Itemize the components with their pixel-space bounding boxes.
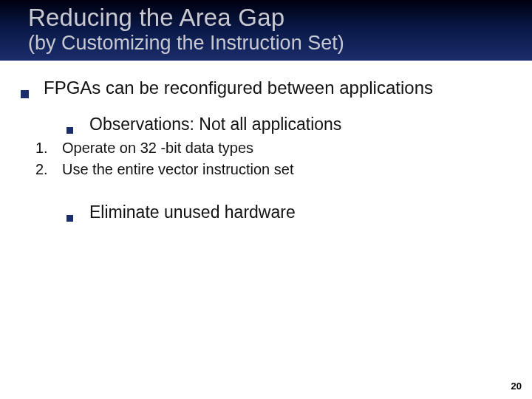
slide: Reducing the Area Gap (by Customizing th… — [0, 0, 532, 399]
bullet-text: Observations: Not all applications — [89, 114, 341, 135]
page-number: 20 — [511, 381, 522, 392]
slide-body: FPGAs can be reconfigured between applic… — [0, 61, 532, 223]
square-bullet-icon — [21, 90, 29, 98]
spacer — [21, 181, 511, 196]
bullet-level2-eliminate: Eliminate unused hardware — [66, 202, 511, 223]
numbered-list: 1. Operate on 32 -bit data types 2. Use … — [35, 138, 511, 180]
numbered-text: Use the entire vector instruction set — [62, 160, 293, 180]
slide-subtitle: (by Customizing the Instruction Set) — [28, 33, 532, 55]
numbered-text: Operate on 32 -bit data types — [62, 138, 253, 158]
bullet-level2-observations: Observations: Not all applications — [66, 114, 511, 135]
bullet-text: FPGAs can be reconfigured between applic… — [44, 77, 433, 99]
numbered-label: 1. — [35, 140, 62, 157]
bullet-level1: FPGAs can be reconfigured between applic… — [21, 77, 511, 99]
slide-header: Reducing the Area Gap (by Customizing th… — [0, 0, 532, 61]
square-bullet-icon — [66, 215, 73, 222]
slide-title: Reducing the Area Gap — [28, 4, 532, 31]
bullet-text: Eliminate unused hardware — [89, 202, 296, 223]
numbered-label: 2. — [35, 161, 62, 178]
numbered-item: 2. Use the entire vector instruction set — [35, 160, 511, 180]
numbered-item: 1. Operate on 32 -bit data types — [35, 138, 511, 158]
square-bullet-icon — [66, 127, 73, 134]
